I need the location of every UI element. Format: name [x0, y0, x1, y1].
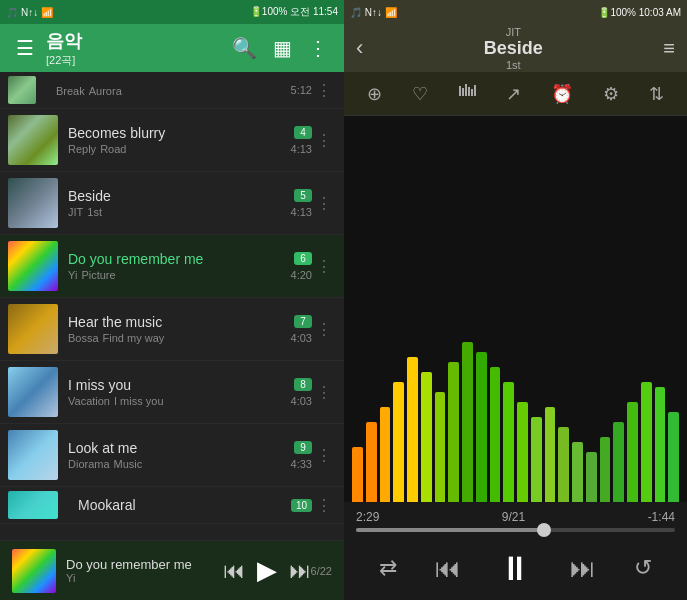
song-thumbnail — [8, 115, 58, 165]
track-count: 6/22 — [311, 565, 332, 577]
list-item[interactable]: BreakAurora 5:12 ⋮ — [0, 72, 344, 109]
song-subtext: BreakAurora — [56, 85, 291, 97]
right-wifi-icon: 📶 — [385, 7, 397, 18]
eq-bar — [545, 407, 556, 502]
progress-bar[interactable] — [356, 528, 675, 532]
song-subtext: ReplyRoad — [68, 143, 291, 155]
eq-bar — [407, 357, 418, 502]
eq-bar — [531, 417, 542, 502]
song-duration: 4:13 — [291, 206, 312, 218]
song-thumbnail — [8, 76, 36, 104]
svg-rect-3 — [468, 87, 470, 96]
song-more-icon[interactable]: ⋮ — [312, 131, 336, 150]
share-icon[interactable]: ↗ — [498, 79, 529, 109]
remaining-time: -1:44 — [648, 510, 675, 524]
eq-bar — [613, 422, 624, 502]
more-icon[interactable]: ⋮ — [304, 32, 332, 64]
song-badge: 4 — [294, 126, 312, 139]
eq-bar — [586, 452, 597, 502]
next-button[interactable]: ⏭ — [289, 558, 311, 584]
eq-bar — [600, 437, 611, 502]
right-status-right: 🔋100% 10:03 AM — [598, 7, 681, 18]
song-meta: 5:12 — [291, 84, 312, 96]
song-thumbnail — [8, 304, 58, 354]
now-playing-controls: ⏮ ▶ ⏭ — [223, 555, 311, 586]
song-name: Look at me — [68, 440, 291, 456]
list-item[interactable]: Look at me DioramaMusic 9 4:33 ⋮ — [0, 424, 344, 487]
right-panel: 🎵 N↑↓ 📶 🔋100% 10:03 AM ‹ JIT Beside 1st … — [344, 0, 687, 600]
song-subtext: DioramaMusic — [68, 458, 291, 470]
list-item[interactable]: Mookaral 10 ⋮ — [0, 487, 344, 524]
song-info: Mookaral — [78, 497, 291, 513]
song-name: I miss you — [68, 377, 291, 393]
song-more-icon[interactable]: ⋮ — [312, 383, 336, 402]
right-album: 1st — [371, 59, 655, 71]
list-item-active[interactable]: Do you remember me YiPicture 6 4:20 ⋮ — [0, 235, 344, 298]
song-more-icon[interactable]: ⋮ — [312, 320, 336, 339]
repeat-button[interactable]: ↺ — [630, 551, 656, 585]
song-info: BreakAurora — [56, 83, 291, 97]
left-panel: 🎵 N↑↓ 📶 🔋100% 오전 11:54 ☰ 음악 [22곡] 🔍 ▦ ⋮ … — [0, 0, 344, 600]
list-item[interactable]: Becomes blurry ReplyRoad 4 4:13 ⋮ — [0, 109, 344, 172]
favorite-icon[interactable]: ♡ — [404, 79, 436, 109]
song-badge: 10 — [291, 499, 312, 512]
eq-bar — [517, 402, 528, 502]
eq-bar — [503, 382, 514, 502]
clock-icon[interactable]: ⏰ — [543, 79, 581, 109]
prev-track-button[interactable]: ⏮ — [431, 549, 465, 588]
right-bluetooth-icon: 🎵 — [350, 7, 362, 18]
song-subtext: YiPicture — [68, 269, 291, 281]
list-item[interactable]: I miss you VacationI miss you 8 4:03 ⋮ — [0, 361, 344, 424]
right-title-block: JIT Beside 1st — [371, 26, 655, 71]
sort-icon[interactable]: ⇅ — [641, 79, 672, 109]
song-more-icon[interactable]: ⋮ — [312, 194, 336, 213]
settings-icon[interactable]: ⚙ — [595, 79, 627, 109]
song-more-icon[interactable]: ⋮ — [312, 257, 336, 276]
pause-button[interactable]: ⏸ — [494, 545, 536, 592]
play-button[interactable]: ▶ — [257, 555, 277, 586]
svg-rect-5 — [474, 85, 476, 96]
eq-bar — [393, 382, 404, 502]
bluetooth-icon: 🎵 — [6, 7, 18, 18]
song-duration: 4:03 — [291, 395, 312, 407]
eq-bar — [572, 442, 583, 502]
song-meta: 8 4:03 — [291, 378, 312, 407]
song-meta: 4 4:13 — [291, 126, 312, 155]
song-more-icon[interactable]: ⋮ — [312, 496, 336, 515]
eq-bar — [627, 402, 638, 502]
song-badge: 6 — [294, 252, 312, 265]
eq-bar — [641, 382, 652, 502]
song-thumbnail — [8, 367, 58, 417]
add-to-playlist-icon[interactable]: ⊕ — [359, 79, 390, 109]
back-button[interactable]: ‹ — [356, 35, 363, 61]
song-more-icon[interactable]: ⋮ — [312, 81, 336, 100]
grid-icon[interactable]: ▦ — [269, 32, 296, 64]
eq-bar — [448, 362, 459, 502]
menu-icon[interactable]: ☰ — [12, 32, 38, 64]
progress-section: 2:29 9/21 -1:44 — [344, 502, 687, 536]
progress-fill — [356, 528, 544, 532]
search-icon[interactable]: 🔍 — [228, 32, 261, 64]
song-badge: 8 — [294, 378, 312, 391]
song-subtext: BossaFind my way — [68, 332, 291, 344]
eq-bar — [366, 422, 377, 502]
track-position: 9/21 — [502, 510, 525, 524]
song-thumbnail — [8, 430, 58, 480]
right-menu-icon[interactable]: ≡ — [663, 37, 675, 60]
song-count: [22곡] — [46, 53, 220, 68]
song-more-icon[interactable]: ⋮ — [312, 446, 336, 465]
left-status-bar: 🎵 N↑↓ 📶 🔋100% 오전 11:54 — [0, 0, 344, 24]
song-badge: 5 — [294, 189, 312, 202]
progress-thumb[interactable] — [537, 523, 551, 537]
eq-bar — [352, 447, 363, 502]
prev-button[interactable]: ⏮ — [223, 558, 245, 584]
equalizer-visualization — [344, 116, 687, 502]
list-item[interactable]: Hear the music BossaFind my way 7 4:03 ⋮ — [0, 298, 344, 361]
song-info: I miss you VacationI miss you — [68, 377, 291, 407]
equalizer-icon[interactable] — [450, 78, 484, 109]
list-item[interactable]: Beside JIT1st 5 4:13 ⋮ — [0, 172, 344, 235]
next-track-button[interactable]: ⏭ — [566, 549, 600, 588]
eq-bar — [490, 367, 501, 502]
song-meta: 6 4:20 — [291, 252, 312, 281]
shuffle-button[interactable]: ⇄ — [375, 551, 401, 585]
